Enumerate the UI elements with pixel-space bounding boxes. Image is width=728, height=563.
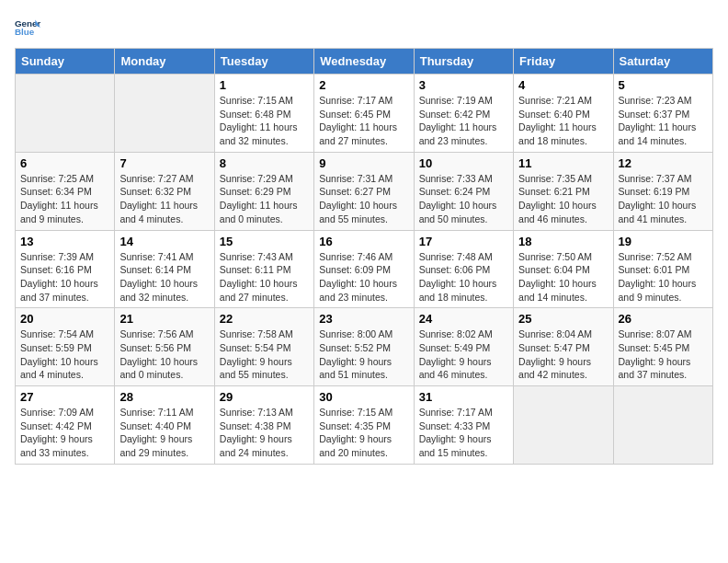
day-number: 21 — [119, 312, 209, 326]
day-number: 28 — [119, 390, 209, 404]
calendar-cell: 27Sunrise: 7:09 AMSunset: 4:42 PMDayligh… — [16, 386, 115, 465]
svg-text:Blue: Blue — [15, 27, 35, 37]
day-number: 26 — [619, 312, 708, 326]
calendar-body: 1Sunrise: 7:15 AMSunset: 6:48 PMDaylight… — [16, 75, 713, 465]
day-info: Sunrise: 7:58 AMSunset: 5:54 PMDaylight:… — [220, 327, 309, 382]
day-number: 14 — [119, 235, 209, 248]
logo-icon: General Blue — [15, 15, 40, 40]
day-number: 3 — [419, 78, 508, 92]
day-number: 30 — [319, 390, 408, 404]
calendar-cell: 15Sunrise: 7:43 AMSunset: 6:11 PMDayligh… — [214, 230, 313, 308]
day-number: 1 — [220, 78, 309, 92]
calendar-week-4: 20Sunrise: 7:54 AMSunset: 5:59 PMDayligh… — [16, 308, 713, 386]
calendar-cell: 26Sunrise: 8:07 AMSunset: 5:45 PMDayligh… — [613, 308, 712, 386]
day-info: Sunrise: 7:17 AMSunset: 4:33 PMDaylight:… — [419, 406, 508, 460]
calendar-cell: 22Sunrise: 7:58 AMSunset: 5:54 PMDayligh… — [214, 308, 313, 386]
weekday-header-sunday: Sunday — [16, 49, 115, 75]
calendar-cell: 23Sunrise: 8:00 AMSunset: 5:52 PMDayligh… — [314, 308, 414, 386]
day-info: Sunrise: 7:50 AMSunset: 6:04 PMDaylight:… — [518, 250, 608, 304]
day-info: Sunrise: 7:29 AMSunset: 6:29 PMDaylight:… — [220, 172, 309, 226]
day-info: Sunrise: 7:25 AMSunset: 6:34 PMDaylight:… — [20, 172, 109, 226]
day-info: Sunrise: 7:33 AMSunset: 6:24 PMDaylight:… — [419, 172, 508, 226]
weekday-header-saturday: Saturday — [613, 49, 712, 75]
day-number: 6 — [20, 156, 109, 170]
day-number: 8 — [220, 156, 309, 170]
day-number: 5 — [619, 78, 708, 92]
day-info: Sunrise: 7:52 AMSunset: 6:01 PMDaylight:… — [619, 250, 708, 304]
day-number: 17 — [419, 235, 508, 248]
day-number: 24 — [419, 312, 508, 326]
day-info: Sunrise: 7:27 AMSunset: 6:32 PMDaylight:… — [119, 172, 209, 226]
calendar-cell: 30Sunrise: 7:15 AMSunset: 4:35 PMDayligh… — [314, 386, 414, 465]
day-info: Sunrise: 7:39 AMSunset: 6:16 PMDaylight:… — [20, 250, 109, 304]
calendar-cell: 12Sunrise: 7:37 AMSunset: 6:19 PMDayligh… — [613, 152, 712, 230]
calendar-cell: 28Sunrise: 7:11 AMSunset: 4:40 PMDayligh… — [115, 386, 214, 465]
calendar-cell — [613, 386, 712, 465]
weekday-header-tuesday: Tuesday — [214, 49, 313, 75]
day-number: 4 — [518, 78, 608, 92]
day-info: Sunrise: 7:41 AMSunset: 6:14 PMDaylight:… — [119, 250, 209, 304]
weekday-header-monday: Monday — [115, 49, 214, 75]
day-number: 19 — [619, 235, 708, 248]
day-number: 22 — [220, 312, 309, 326]
calendar-cell: 19Sunrise: 7:52 AMSunset: 6:01 PMDayligh… — [613, 230, 712, 308]
day-number: 12 — [619, 156, 708, 170]
day-info: Sunrise: 8:02 AMSunset: 5:49 PMDaylight:… — [419, 327, 508, 382]
calendar-cell: 17Sunrise: 7:48 AMSunset: 6:06 PMDayligh… — [414, 230, 513, 308]
day-number: 10 — [419, 156, 508, 170]
calendar-cell: 5Sunrise: 7:23 AMSunset: 6:37 PMDaylight… — [613, 75, 712, 153]
day-info: Sunrise: 7:46 AMSunset: 6:09 PMDaylight:… — [319, 250, 408, 304]
day-info: Sunrise: 7:54 AMSunset: 5:59 PMDaylight:… — [20, 327, 109, 382]
calendar-cell: 21Sunrise: 7:56 AMSunset: 5:56 PMDayligh… — [115, 308, 214, 386]
day-number: 18 — [518, 235, 608, 248]
calendar-cell: 4Sunrise: 7:21 AMSunset: 6:40 PMDaylight… — [514, 75, 613, 153]
weekday-header-wednesday: Wednesday — [314, 49, 414, 75]
day-number: 16 — [319, 235, 408, 248]
day-info: Sunrise: 7:48 AMSunset: 6:06 PMDaylight:… — [419, 250, 508, 304]
calendar-cell: 9Sunrise: 7:31 AMSunset: 6:27 PMDaylight… — [314, 152, 414, 230]
calendar-cell — [16, 75, 115, 153]
calendar-cell: 8Sunrise: 7:29 AMSunset: 6:29 PMDaylight… — [214, 152, 313, 230]
day-number: 20 — [20, 312, 109, 326]
calendar-cell: 16Sunrise: 7:46 AMSunset: 6:09 PMDayligh… — [314, 230, 414, 308]
day-info: Sunrise: 7:11 AMSunset: 4:40 PMDaylight:… — [119, 406, 209, 460]
calendar-table: SundayMondayTuesdayWednesdayThursdayFrid… — [15, 48, 713, 465]
page-header: General Blue — [15, 15, 713, 40]
calendar-cell: 7Sunrise: 7:27 AMSunset: 6:32 PMDaylight… — [115, 152, 214, 230]
day-number: 31 — [419, 390, 508, 404]
weekday-header-friday: Friday — [514, 49, 613, 75]
day-info: Sunrise: 7:35 AMSunset: 6:21 PMDaylight:… — [518, 172, 608, 226]
day-info: Sunrise: 7:17 AMSunset: 6:45 PMDaylight:… — [319, 94, 408, 148]
calendar-cell — [514, 386, 613, 465]
calendar-cell: 24Sunrise: 8:02 AMSunset: 5:49 PMDayligh… — [414, 308, 513, 386]
day-info: Sunrise: 8:07 AMSunset: 5:45 PMDaylight:… — [619, 327, 708, 382]
calendar-week-2: 6Sunrise: 7:25 AMSunset: 6:34 PMDaylight… — [16, 152, 713, 230]
day-number: 27 — [20, 390, 109, 404]
day-info: Sunrise: 7:31 AMSunset: 6:27 PMDaylight:… — [319, 172, 408, 226]
day-number: 23 — [319, 312, 408, 326]
day-number: 15 — [220, 235, 309, 248]
day-info: Sunrise: 8:04 AMSunset: 5:47 PMDaylight:… — [518, 327, 608, 382]
calendar-cell: 6Sunrise: 7:25 AMSunset: 6:34 PMDaylight… — [16, 152, 115, 230]
day-number: 13 — [20, 235, 109, 248]
calendar-cell: 31Sunrise: 7:17 AMSunset: 4:33 PMDayligh… — [414, 386, 513, 465]
calendar-cell: 13Sunrise: 7:39 AMSunset: 6:16 PMDayligh… — [16, 230, 115, 308]
calendar-cell: 11Sunrise: 7:35 AMSunset: 6:21 PMDayligh… — [514, 152, 613, 230]
calendar-cell: 3Sunrise: 7:19 AMSunset: 6:42 PMDaylight… — [414, 75, 513, 153]
day-number: 25 — [518, 312, 608, 326]
day-info: Sunrise: 7:21 AMSunset: 6:40 PMDaylight:… — [518, 94, 608, 148]
day-number: 2 — [319, 78, 408, 92]
day-info: Sunrise: 8:00 AMSunset: 5:52 PMDaylight:… — [319, 327, 408, 382]
calendar-cell: 10Sunrise: 7:33 AMSunset: 6:24 PMDayligh… — [414, 152, 513, 230]
day-info: Sunrise: 7:13 AMSunset: 4:38 PMDaylight:… — [220, 406, 309, 460]
calendar-cell: 2Sunrise: 7:17 AMSunset: 6:45 PMDaylight… — [314, 75, 414, 153]
day-info: Sunrise: 7:19 AMSunset: 6:42 PMDaylight:… — [419, 94, 508, 148]
calendar-cell: 1Sunrise: 7:15 AMSunset: 6:48 PMDaylight… — [214, 75, 313, 153]
logo: General Blue — [15, 15, 40, 40]
calendar-week-5: 27Sunrise: 7:09 AMSunset: 4:42 PMDayligh… — [16, 386, 713, 465]
calendar-week-1: 1Sunrise: 7:15 AMSunset: 6:48 PMDaylight… — [16, 75, 713, 153]
calendar-cell: 14Sunrise: 7:41 AMSunset: 6:14 PMDayligh… — [115, 230, 214, 308]
day-info: Sunrise: 7:15 AMSunset: 4:35 PMDaylight:… — [319, 406, 408, 460]
day-info: Sunrise: 7:23 AMSunset: 6:37 PMDaylight:… — [619, 94, 708, 148]
day-info: Sunrise: 7:56 AMSunset: 5:56 PMDaylight:… — [119, 327, 209, 382]
